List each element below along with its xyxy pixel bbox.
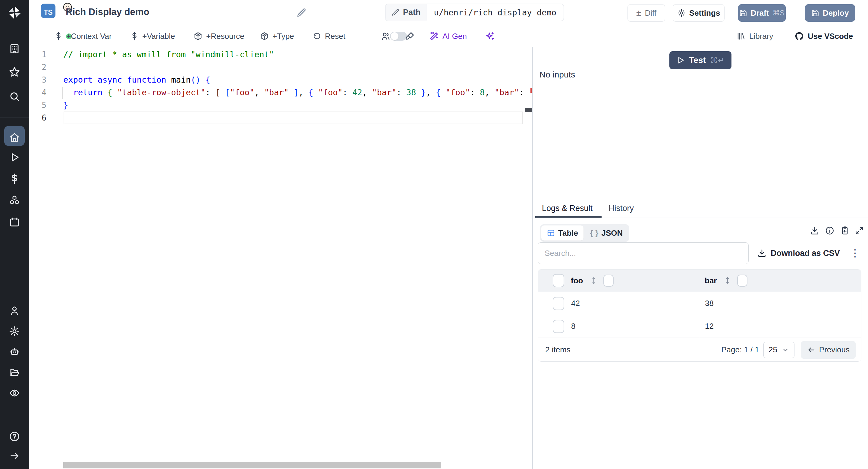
code-line[interactable]: return { "table-row-object": [ ["foo", "…: [63, 86, 525, 99]
sidebar-item-settings[interactable]: [0, 322, 29, 341]
add-resource-button[interactable]: +Resource: [193, 25, 244, 47]
column-bar-checkbox[interactable]: [737, 275, 747, 287]
table-search-input[interactable]: [538, 242, 749, 264]
format-code-button[interactable]: [405, 25, 415, 47]
overview-warning-marker: [530, 88, 532, 93]
add-resource-label: +Resource: [206, 32, 244, 41]
code-line[interactable]: [63, 112, 525, 124]
code-line[interactable]: // import * as wmill from "windmill-clie…: [63, 48, 525, 61]
top-header: TS Rich Display demo Path u/henri/rich_d…: [29, 0, 868, 25]
code-line[interactable]: export async function main() {: [63, 73, 525, 86]
column-header-bar[interactable]: bar: [705, 276, 717, 285]
code-content[interactable]: // import * as wmill from "windmill-clie…: [63, 48, 525, 124]
json-braces-icon: { }: [590, 228, 598, 238]
view-json-button[interactable]: { } JSON: [585, 225, 628, 241]
path-label: Path: [403, 8, 421, 17]
row-checkbox[interactable]: [553, 297, 564, 310]
github-octocat-icon: [795, 31, 804, 41]
copy-result-button[interactable]: [840, 226, 849, 235]
sort-bar-button[interactable]: [723, 276, 732, 285]
path-field-group[interactable]: Path u/henri/rich_display_demo: [385, 4, 564, 21]
expand-result-button[interactable]: [855, 226, 864, 235]
star-icon: [9, 66, 20, 78]
deploy-button[interactable]: Deploy: [805, 4, 855, 22]
pencil-icon: [392, 8, 399, 16]
sidebar-item-schedules[interactable]: [0, 213, 29, 232]
add-variable-label: +Variable: [142, 32, 175, 41]
horizontal-scrollbar[interactable]: [63, 462, 441, 468]
sidebar-item-runs[interactable]: [0, 148, 29, 167]
select-all-checkbox[interactable]: [553, 274, 564, 287]
users-icon: [381, 31, 391, 41]
ai-sparkles-button[interactable]: [485, 25, 495, 47]
code-line[interactable]: [63, 61, 525, 73]
draft-button[interactable]: Draft ⌘S: [738, 4, 786, 22]
table-cell: 42: [571, 299, 580, 308]
add-variable-button[interactable]: +Variable: [130, 25, 175, 47]
download-icon: [757, 249, 767, 258]
column-foo-checkbox[interactable]: [603, 275, 614, 287]
use-vscode-label: Use VScode: [808, 32, 853, 41]
tab-logs-and-result[interactable]: Logs & Result: [542, 204, 592, 213]
table-header-row: foo bar: [538, 270, 861, 292]
arrow-left-icon: [807, 346, 815, 354]
test-shortcut: ⌘↵: [710, 56, 724, 65]
sidebar-item-workspace[interactable]: [0, 39, 29, 59]
sidebar-item-search[interactable]: [0, 87, 29, 106]
use-vscode-button[interactable]: Use VScode: [795, 25, 853, 47]
sidebar-item-favorites[interactable]: [0, 62, 29, 82]
table-menu-button[interactable]: ⋮: [850, 246, 860, 260]
previous-page-button[interactable]: Previous: [801, 341, 856, 359]
table-footer: 2 items Page: 1 / 1 25 Previous: [538, 338, 861, 362]
sidebar-expand-button[interactable]: [0, 446, 29, 465]
reset-button[interactable]: Reset: [313, 25, 345, 47]
windmill-logo[interactable]: [0, 3, 29, 22]
library-button[interactable]: Library: [737, 25, 773, 47]
tab-history[interactable]: History: [609, 204, 634, 213]
code-editor[interactable]: 123456 // import * as wmill from "windmi…: [29, 47, 532, 469]
line-number: 5: [29, 99, 63, 112]
diff-button[interactable]: ± Diff: [627, 4, 665, 22]
table-cell: 38: [705, 299, 714, 308]
view-table-button[interactable]: Table: [541, 225, 584, 241]
sidebar-item-variables[interactable]: [0, 169, 29, 188]
sidebar-item-home[interactable]: [0, 128, 29, 147]
download-csv-button[interactable]: Download as CSV: [757, 242, 840, 264]
sidebar-item-audit-logs[interactable]: [0, 383, 29, 403]
ai-gen-button[interactable]: AI Gen: [429, 25, 467, 47]
draft-button-label: Draft: [751, 8, 769, 18]
arrow-right-icon: [9, 450, 20, 461]
sidebar-item-folders[interactable]: [0, 363, 29, 382]
library-label: Library: [749, 32, 773, 41]
sidebar-item-resources[interactable]: [0, 191, 29, 210]
code-line[interactable]: }: [63, 99, 525, 112]
toggle-knob: [391, 32, 398, 40]
row-checkbox[interactable]: [553, 320, 564, 333]
settings-button[interactable]: Settings: [673, 4, 724, 22]
save-icon: [811, 9, 819, 17]
path-value[interactable]: u/henri/rich_display_demo: [427, 4, 564, 21]
add-context-var-button[interactable]: +Context Var: [54, 25, 112, 47]
folder-open-icon: [9, 367, 20, 378]
no-inputs-text: No inputs: [539, 70, 575, 80]
column-header-foo[interactable]: foo: [571, 276, 583, 285]
sidebar-item-workers[interactable]: [0, 342, 29, 362]
draft-shortcut: ⌘S: [772, 9, 784, 17]
add-type-button[interactable]: +Type: [260, 25, 294, 47]
table-icon: [547, 229, 555, 237]
test-button[interactable]: Test ⌘↵: [670, 51, 732, 69]
home-icon: [9, 132, 20, 143]
edit-title-button[interactable]: [297, 8, 306, 18]
line-number: 1: [29, 48, 63, 61]
library-icon: [737, 32, 746, 41]
multiplayer-button[interactable]: [381, 25, 391, 47]
diff-mode-toggle[interactable]: [390, 32, 407, 41]
editor-toolbar: +Context Var +Variable +Resource +Type R…: [29, 25, 868, 47]
page-size-select[interactable]: 25: [764, 342, 795, 358]
download-result-button[interactable]: [810, 226, 819, 235]
sort-foo-button[interactable]: [590, 276, 598, 285]
add-context-var-label: +Context Var: [66, 32, 112, 41]
sidebar-item-help[interactable]: [0, 427, 29, 446]
sidebar-item-users[interactable]: [0, 301, 29, 320]
result-info-button[interactable]: [825, 226, 834, 235]
